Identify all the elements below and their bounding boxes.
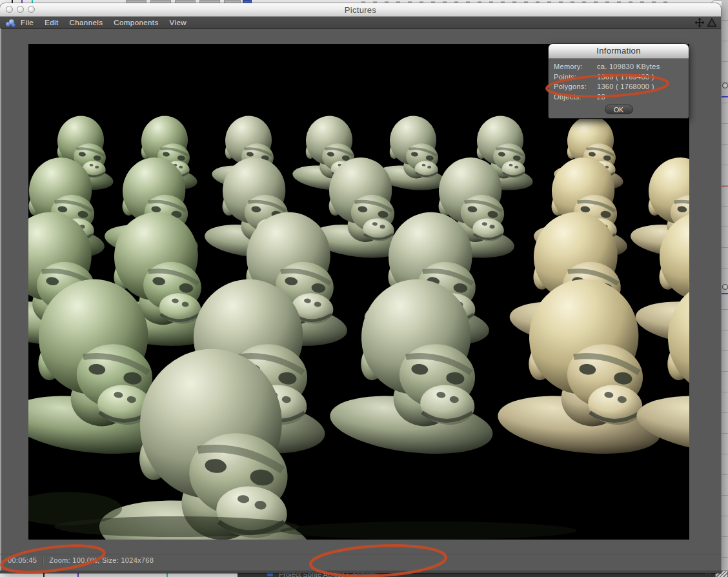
window-title: Pictures	[0, 5, 721, 15]
zoom-size-label: Zoom: 100.0%, Size:	[49, 556, 121, 564]
screen: { "window": { "title": "Pictures", "menu…	[0, 0, 728, 577]
points-label: Points:	[554, 73, 597, 81]
information-dialog-titlebar[interactable]: Information	[549, 44, 689, 59]
info-row-polygons: Polygons:1360 ( 1768000 )	[554, 83, 683, 93]
information-dialog-body: Memory:ca. 109830 KBytes Points:1369 ( 1…	[549, 59, 689, 114]
statusbar: 00:05:45Zoom: 100.0%, Size: 1024x768	[0, 554, 721, 565]
points-value: 1369 ( 1769480 )	[597, 73, 654, 81]
elapsed-time: 00:05:45	[8, 556, 37, 564]
clock-icon	[722, 83, 728, 88]
status-divider	[43, 557, 43, 564]
timeline-blue-line	[722, 96, 728, 97]
info-row-memory: Memory:ca. 109830 KBytes	[554, 63, 683, 73]
menu-view[interactable]: View	[170, 19, 187, 26]
information-dialog: Information Memory:ca. 109830 KBytes Poi…	[549, 44, 689, 118]
timeline-red-line	[722, 187, 728, 187]
info-row-objects: Objects:28	[554, 93, 683, 103]
ok-button[interactable]: OK	[605, 105, 633, 114]
rendered-image	[28, 44, 689, 540]
objects-value: 28	[597, 93, 605, 101]
app-logo-icon	[5, 19, 15, 27]
triangle-icon[interactable]	[707, 17, 717, 28]
info-row-points: Points:1369 ( 1769480 )	[554, 73, 683, 83]
menu-edit[interactable]: Edit	[45, 19, 58, 26]
menubar: File Edit Channels Components View	[0, 17, 721, 29]
image-size: 1024x768	[121, 556, 154, 564]
objects-label: Objects:	[554, 93, 597, 101]
window-left-edge	[0, 28, 1, 571]
memory-value: ca. 109830 KBytes	[597, 63, 660, 70]
polygons-count: 1360 ( 1768000 )	[597, 83, 654, 90]
render-viewport	[28, 44, 689, 540]
timeline-blue-line	[722, 293, 728, 294]
move-icon[interactable]	[694, 17, 705, 28]
clock-icon	[722, 284, 728, 290]
menu-components[interactable]: Components	[114, 19, 158, 26]
menu-file[interactable]: File	[21, 19, 34, 26]
background-timeline-sliver	[722, 0, 728, 577]
menu-channels[interactable]: Channels	[70, 19, 103, 26]
polygons-label: Polygons:	[554, 83, 597, 90]
memory-label: Memory:	[554, 63, 597, 70]
window-titlebar[interactable]: Pictures	[0, 3, 721, 17]
